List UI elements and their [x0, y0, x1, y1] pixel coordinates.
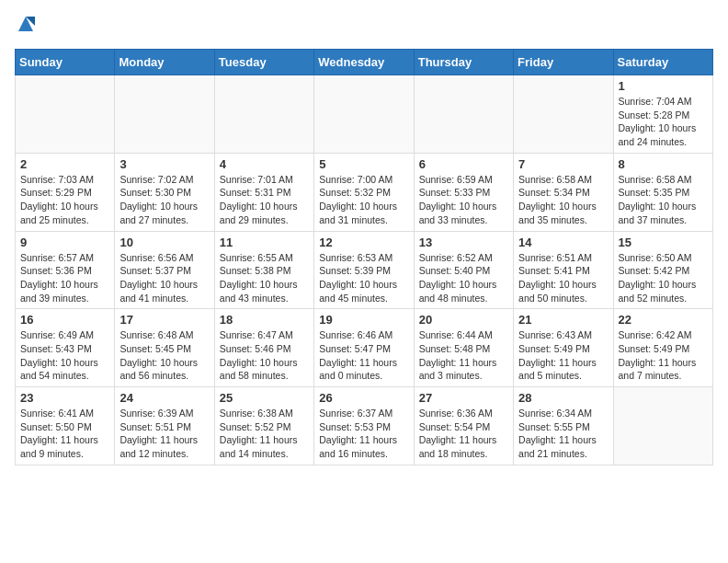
logo-text	[15, 15, 35, 38]
day-info: Sunrise: 6:39 AM Sunset: 5:51 PM Dayligh…	[119, 407, 209, 461]
day-number: 8	[619, 157, 708, 171]
day-info: Sunrise: 6:50 AM Sunset: 5:42 PM Dayligh…	[619, 251, 708, 305]
day-number: 12	[319, 236, 408, 249]
weekday-header-monday: Monday	[115, 50, 214, 75]
day-number: 18	[220, 313, 309, 327]
day-number: 24	[119, 391, 209, 405]
calendar-cell	[16, 75, 115, 154]
day-number: 6	[419, 157, 508, 171]
calendar-week-row: 16Sunrise: 6:49 AM Sunset: 5:43 PM Dayli…	[16, 309, 713, 387]
day-number: 13	[419, 236, 508, 249]
calendar-cell: 26Sunrise: 6:37 AM Sunset: 5:53 PM Dayli…	[314, 387, 414, 465]
calendar-cell: 9Sunrise: 6:57 AM Sunset: 5:36 PM Daylig…	[16, 231, 115, 309]
day-info: Sunrise: 6:58 AM Sunset: 5:34 PM Dayligh…	[518, 173, 608, 227]
day-info: Sunrise: 6:38 AM Sunset: 5:52 PM Dayligh…	[220, 407, 309, 461]
day-number: 14	[518, 236, 608, 249]
calendar-cell	[514, 75, 613, 154]
calendar-cell: 21Sunrise: 6:43 AM Sunset: 5:49 PM Dayli…	[514, 309, 613, 387]
day-info: Sunrise: 6:56 AM Sunset: 5:37 PM Dayligh…	[119, 251, 209, 305]
calendar-cell: 12Sunrise: 6:53 AM Sunset: 5:39 PM Dayli…	[314, 231, 414, 309]
calendar-cell: 23Sunrise: 6:41 AM Sunset: 5:50 PM Dayli…	[16, 387, 115, 465]
logo	[15, 15, 35, 38]
day-info: Sunrise: 6:47 AM Sunset: 5:46 PM Dayligh…	[220, 328, 309, 383]
logo-icon	[17, 15, 35, 33]
day-info: Sunrise: 6:41 AM Sunset: 5:50 PM Dayligh…	[20, 407, 109, 461]
day-number: 16	[20, 313, 109, 327]
calendar-week-row: 9Sunrise: 6:57 AM Sunset: 5:36 PM Daylig…	[16, 231, 713, 309]
day-number: 7	[518, 157, 608, 171]
day-info: Sunrise: 6:44 AM Sunset: 5:48 PM Dayligh…	[419, 328, 508, 383]
day-number: 10	[119, 236, 209, 249]
day-info: Sunrise: 6:37 AM Sunset: 5:53 PM Dayligh…	[319, 407, 408, 461]
day-number: 15	[619, 236, 708, 249]
day-info: Sunrise: 6:57 AM Sunset: 5:36 PM Dayligh…	[20, 251, 109, 305]
calendar-cell: 6Sunrise: 6:59 AM Sunset: 5:33 PM Daylig…	[414, 153, 513, 231]
calendar-cell: 5Sunrise: 7:00 AM Sunset: 5:32 PM Daylig…	[314, 153, 414, 231]
calendar-cell	[214, 75, 313, 154]
day-number: 17	[119, 313, 209, 327]
calendar-cell: 16Sunrise: 6:49 AM Sunset: 5:43 PM Dayli…	[16, 309, 115, 387]
day-number: 22	[619, 313, 708, 327]
weekday-header-sunday: Sunday	[16, 50, 115, 75]
calendar-cell: 25Sunrise: 6:38 AM Sunset: 5:52 PM Dayli…	[214, 387, 313, 465]
day-info: Sunrise: 6:46 AM Sunset: 5:47 PM Dayligh…	[319, 328, 408, 383]
weekday-header-wednesday: Wednesday	[314, 50, 414, 75]
calendar-cell: 3Sunrise: 7:02 AM Sunset: 5:30 PM Daylig…	[115, 153, 214, 231]
calendar-cell: 11Sunrise: 6:55 AM Sunset: 5:38 PM Dayli…	[214, 231, 313, 309]
calendar-cell: 1Sunrise: 7:04 AM Sunset: 5:28 PM Daylig…	[613, 75, 712, 154]
day-number: 26	[319, 391, 408, 405]
day-info: Sunrise: 7:00 AM Sunset: 5:32 PM Dayligh…	[319, 173, 408, 227]
day-info: Sunrise: 6:53 AM Sunset: 5:39 PM Dayligh…	[319, 251, 408, 305]
calendar-cell: 24Sunrise: 6:39 AM Sunset: 5:51 PM Dayli…	[115, 387, 214, 465]
day-info: Sunrise: 6:49 AM Sunset: 5:43 PM Dayligh…	[20, 328, 109, 383]
calendar-table: SundayMondayTuesdayWednesdayThursdayFrid…	[15, 49, 713, 465]
day-number: 9	[20, 236, 109, 249]
day-info: Sunrise: 6:48 AM Sunset: 5:45 PM Dayligh…	[119, 328, 209, 383]
calendar-cell: 20Sunrise: 6:44 AM Sunset: 5:48 PM Dayli…	[414, 309, 513, 387]
calendar-week-row: 2Sunrise: 7:03 AM Sunset: 5:29 PM Daylig…	[16, 153, 713, 231]
calendar-cell	[613, 387, 712, 465]
calendar-week-row: 1Sunrise: 7:04 AM Sunset: 5:28 PM Daylig…	[16, 75, 713, 154]
calendar-cell: 4Sunrise: 7:01 AM Sunset: 5:31 PM Daylig…	[214, 153, 313, 231]
weekday-header-thursday: Thursday	[414, 50, 513, 75]
calendar-week-row: 23Sunrise: 6:41 AM Sunset: 5:50 PM Dayli…	[16, 387, 713, 465]
day-number: 21	[518, 313, 608, 327]
day-info: Sunrise: 6:42 AM Sunset: 5:49 PM Dayligh…	[619, 328, 708, 383]
page-header	[15, 15, 713, 38]
calendar-cell	[314, 75, 414, 154]
calendar-cell: 28Sunrise: 6:34 AM Sunset: 5:55 PM Dayli…	[514, 387, 613, 465]
day-number: 23	[20, 391, 109, 405]
calendar-cell: 2Sunrise: 7:03 AM Sunset: 5:29 PM Daylig…	[16, 153, 115, 231]
day-number: 4	[220, 157, 309, 171]
calendar-cell: 14Sunrise: 6:51 AM Sunset: 5:41 PM Dayli…	[514, 231, 613, 309]
day-info: Sunrise: 6:34 AM Sunset: 5:55 PM Dayligh…	[518, 407, 608, 461]
day-number: 1	[619, 79, 708, 93]
day-number: 3	[119, 157, 209, 171]
calendar-cell: 8Sunrise: 6:58 AM Sunset: 5:35 PM Daylig…	[613, 153, 712, 231]
calendar-cell: 7Sunrise: 6:58 AM Sunset: 5:34 PM Daylig…	[514, 153, 613, 231]
day-number: 28	[518, 391, 608, 405]
calendar-cell: 13Sunrise: 6:52 AM Sunset: 5:40 PM Dayli…	[414, 231, 513, 309]
calendar-cell: 15Sunrise: 6:50 AM Sunset: 5:42 PM Dayli…	[613, 231, 712, 309]
calendar-cell: 17Sunrise: 6:48 AM Sunset: 5:45 PM Dayli…	[115, 309, 214, 387]
calendar-cell: 10Sunrise: 6:56 AM Sunset: 5:37 PM Dayli…	[115, 231, 214, 309]
day-number: 20	[419, 313, 508, 327]
day-info: Sunrise: 7:01 AM Sunset: 5:31 PM Dayligh…	[220, 173, 309, 227]
weekday-header-tuesday: Tuesday	[214, 50, 313, 75]
day-info: Sunrise: 6:43 AM Sunset: 5:49 PM Dayligh…	[518, 328, 608, 383]
calendar-cell: 27Sunrise: 6:36 AM Sunset: 5:54 PM Dayli…	[414, 387, 513, 465]
day-info: Sunrise: 6:59 AM Sunset: 5:33 PM Dayligh…	[419, 173, 508, 227]
day-number: 25	[220, 391, 309, 405]
day-number: 5	[319, 157, 408, 171]
weekday-header-saturday: Saturday	[613, 50, 712, 75]
day-info: Sunrise: 6:58 AM Sunset: 5:35 PM Dayligh…	[619, 173, 708, 227]
day-number: 2	[20, 157, 109, 171]
calendar-cell	[414, 75, 513, 154]
calendar-cell: 18Sunrise: 6:47 AM Sunset: 5:46 PM Dayli…	[214, 309, 313, 387]
day-info: Sunrise: 7:03 AM Sunset: 5:29 PM Dayligh…	[20, 173, 109, 227]
day-info: Sunrise: 7:02 AM Sunset: 5:30 PM Dayligh…	[119, 173, 209, 227]
calendar-cell: 22Sunrise: 6:42 AM Sunset: 5:49 PM Dayli…	[613, 309, 712, 387]
weekday-header-row: SundayMondayTuesdayWednesdayThursdayFrid…	[16, 50, 713, 75]
day-info: Sunrise: 6:51 AM Sunset: 5:41 PM Dayligh…	[518, 251, 608, 305]
day-info: Sunrise: 6:55 AM Sunset: 5:38 PM Dayligh…	[220, 251, 309, 305]
